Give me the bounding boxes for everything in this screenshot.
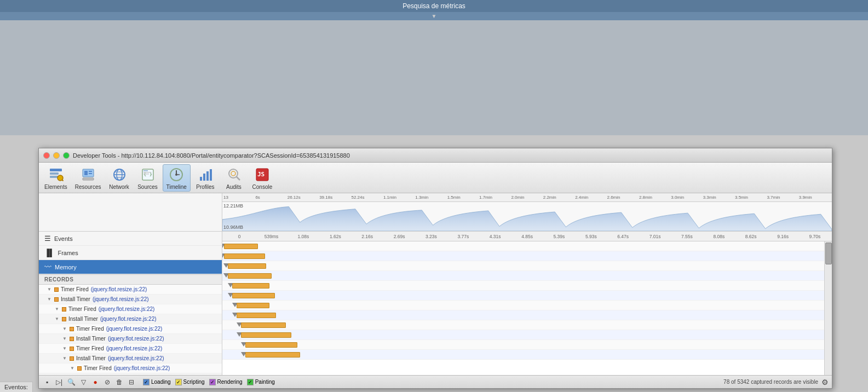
memory-chart-svg	[222, 202, 832, 231]
frames-icon: ▐▌	[44, 249, 54, 257]
tab-timeline[interactable]: Timeline	[163, 164, 191, 192]
console-icon: JS	[254, 166, 271, 183]
svg-rect-7	[89, 171, 92, 172]
record-button[interactable]: ●	[90, 377, 100, 387]
tab-resources[interactable]: Resources	[72, 165, 105, 191]
record-item[interactable]: ▼Timer Fired (jquery.flot.resize.js:22)	[39, 344, 222, 354]
gantt-row[interactable]	[222, 241, 824, 251]
close-button[interactable]	[43, 152, 50, 159]
rendering-checkbox[interactable]: ✓	[209, 379, 216, 385]
gantt-row[interactable]	[222, 261, 824, 271]
search-button[interactable]: 🔍	[66, 377, 76, 387]
gantt-row[interactable]	[222, 340, 824, 350]
filter-loading[interactable]: ✓ Loading	[143, 379, 171, 385]
record-link[interactable]: (jquery.flot.resize.js:22)	[114, 365, 170, 371]
stop-button[interactable]: ⊘	[102, 377, 112, 387]
record-link[interactable]: (jquery.flot.resize.js:22)	[99, 306, 155, 312]
record-dot	[54, 287, 59, 292]
rendering-label: Rendering	[217, 379, 243, 385]
svg-rect-24	[200, 177, 202, 181]
gantt-row[interactable]	[222, 320, 824, 330]
record-expand-icon[interactable]: ▼	[62, 356, 67, 361]
gantt-row[interactable]	[222, 330, 824, 340]
svg-rect-19	[143, 174, 149, 175]
filter-rendering[interactable]: ✓ Rendering	[209, 379, 243, 385]
record-expand-icon[interactable]: ▼	[47, 287, 52, 292]
record-item[interactable]: ▼Timer Fired (jquery.flot.resize.js:22)	[39, 324, 222, 334]
svg-rect-9	[83, 178, 94, 180]
svg-text:JS: JS	[257, 171, 265, 178]
record-item[interactable]: ▼Timer Fired (jquery.flot.resize.js:22)	[39, 364, 222, 373]
loading-checkbox[interactable]: ✓	[143, 379, 150, 385]
record-expand-icon[interactable]: ▼	[47, 297, 52, 302]
record-link[interactable]: (jquery.flot.resize.js:22)	[108, 355, 164, 361]
gantt-row[interactable]	[222, 291, 824, 301]
record-item[interactable]: ▼Install Timer (jquery.flot.resize.js:22…	[39, 354, 222, 364]
record-expand-icon[interactable]: ▼	[62, 326, 67, 332]
record-item[interactable]: ▼Install Timer (jquery.flot.resize.js:22…	[39, 334, 222, 344]
painting-checkbox[interactable]: ✓	[247, 379, 254, 385]
record-link[interactable]: (jquery.flot.resize.js:22)	[100, 316, 157, 322]
scripting-checkbox[interactable]: ✓	[175, 379, 182, 385]
gantt-row[interactable]	[222, 310, 824, 320]
network-label: Network	[109, 184, 129, 190]
record-expand-icon[interactable]: ▼	[54, 307, 60, 312]
record-expand-icon[interactable]: ▼	[62, 336, 67, 342]
minimize-button[interactable]	[53, 152, 60, 159]
elements-label: Elements	[44, 184, 67, 190]
clear-button[interactable]: 🗑	[114, 377, 124, 387]
sidebar-item-frames[interactable]: ▐▌ Frames	[39, 246, 222, 260]
record-expand-icon[interactable]: ▼	[54, 316, 60, 322]
dock-button[interactable]: ▪	[42, 377, 52, 387]
sidebar-item-memory[interactable]: 〰 Memory	[39, 260, 222, 274]
gantt-bar	[237, 303, 269, 308]
gantt-row[interactable]	[222, 251, 824, 261]
record-item[interactable]: ▼Timer Fired (jquery.flot.resize.js:22)	[39, 285, 222, 295]
sidebar-item-events[interactable]: ☰ Events	[39, 232, 222, 246]
record-link[interactable]: (jquery.flot.resize.js:22)	[106, 326, 163, 332]
tab-network[interactable]: Network	[106, 165, 133, 191]
tab-profiles[interactable]: Profiles	[192, 165, 219, 191]
record-link[interactable]: (jquery.flot.resize.js:22)	[108, 336, 164, 342]
tab-audits[interactable]: Audits	[220, 165, 248, 191]
gantt-bar	[224, 253, 265, 259]
record-link[interactable]: (jquery.flot.resize.js:22)	[106, 345, 163, 351]
filter-button[interactable]: ▽	[78, 377, 88, 387]
gantt-bar	[245, 342, 297, 348]
record-dot	[70, 327, 74, 331]
step-button[interactable]: ▷|	[54, 377, 64, 387]
eventos-label: Eventos:	[0, 382, 33, 392]
record-item[interactable]: ▼Install Timer (jquery.flot.resize.js:22…	[39, 314, 222, 324]
gantt-row[interactable]	[222, 350, 824, 360]
record-link[interactable]: (jquery.flot.resize.js:22)	[93, 296, 149, 302]
record-item[interactable]: ▼Timer Fired (jquery.flot.resize.js:22)	[39, 304, 222, 314]
maximize-button[interactable]	[63, 152, 70, 159]
gantt-bar	[232, 293, 275, 298]
title-text: Developer Tools - http://10.112.84.104:8…	[73, 152, 827, 159]
gantt-row[interactable]	[222, 281, 824, 291]
record-item[interactable]: ▼Install Timer (jquery.flot.resize.js:22…	[39, 295, 222, 304]
gear-icon[interactable]: ⚙	[821, 378, 829, 387]
gantt-row[interactable]	[222, 301, 824, 310]
tab-sources[interactable]: { } Sources	[134, 165, 162, 191]
scrollbar-right[interactable]	[824, 241, 832, 375]
settings-small-button[interactable]: ⊟	[127, 377, 136, 387]
svg-line-4	[62, 180, 63, 181]
scroll-thumb[interactable]	[825, 243, 832, 264]
filter-painting[interactable]: ✓ Painting	[247, 379, 275, 385]
records-header: RECORDS	[39, 275, 222, 285]
sources-label: Sources	[137, 184, 158, 190]
console-label: Console	[252, 184, 273, 190]
tab-elements[interactable]: Elements	[41, 165, 71, 191]
filter-scripting[interactable]: ✓ Scripting	[175, 379, 205, 385]
top-bar-arrow[interactable]: ▼	[0, 12, 868, 20]
record-expand-icon[interactable]: ▼	[70, 366, 75, 371]
gantt-row[interactable]	[222, 271, 824, 281]
record-expand-icon[interactable]: ▼	[62, 346, 67, 351]
timeline-area: ☰ Events ▐▌ Frames 〰 Memory RECORDS ▼Tim…	[39, 232, 832, 375]
record-type: Install Timer	[68, 316, 98, 322]
tab-console[interactable]: JS Console	[249, 165, 276, 191]
record-type: Timer Fired	[84, 365, 112, 371]
record-dot	[70, 337, 74, 341]
record-link[interactable]: (jquery.flot.resize.js:22)	[91, 286, 147, 292]
